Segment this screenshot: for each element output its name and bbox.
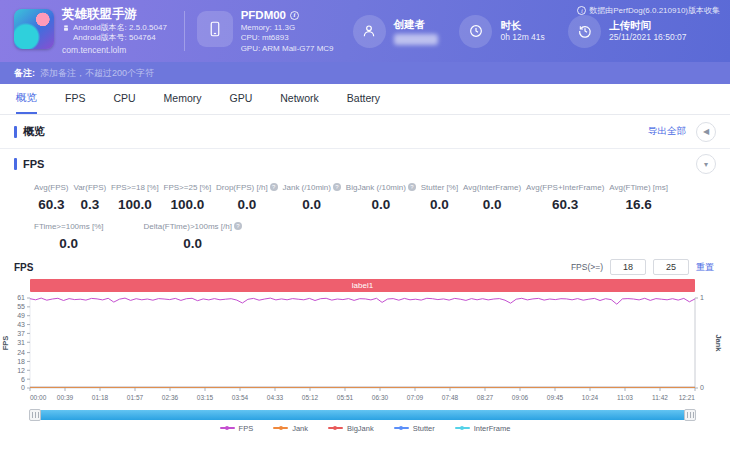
legend-marker bbox=[328, 427, 343, 429]
stat-label: BigJank (/10min)? bbox=[346, 183, 416, 192]
stat-value: 0.0 bbox=[463, 197, 521, 212]
legend-label: BigJank bbox=[347, 424, 374, 433]
note-bar[interactable]: 备注: 添加备注，不超过200个字符 bbox=[0, 62, 730, 84]
legend-marker bbox=[455, 427, 470, 429]
chart-range-scrollbar[interactable] bbox=[30, 410, 695, 420]
legend-item-interframe[interactable]: InterFrame bbox=[455, 424, 511, 433]
legend-marker bbox=[394, 427, 409, 429]
svg-text:05:51: 05:51 bbox=[337, 394, 354, 401]
title-accent-bar bbox=[14, 158, 17, 170]
fps-chart-title: FPS bbox=[14, 262, 33, 273]
stat-value: 100.0 bbox=[164, 197, 212, 212]
collapse-fps-button[interactable]: ▾ bbox=[696, 154, 716, 174]
fps-panel-header: FPS ▾ bbox=[0, 149, 730, 179]
creator-label: 创建者 bbox=[394, 17, 438, 32]
svg-text:06:30: 06:30 bbox=[372, 394, 389, 401]
legend-label: Jank bbox=[292, 424, 308, 433]
stat-label: Drop(FPS) [/h]? bbox=[216, 183, 278, 192]
overview-section-header: 概览 导出全部 ◀ bbox=[0, 115, 730, 149]
svg-text:FPS: FPS bbox=[1, 336, 10, 351]
svg-text:03:15: 03:15 bbox=[197, 394, 214, 401]
duration-block: 时长 0h 12m 41s bbox=[459, 15, 562, 48]
app-version-name: Android版本名: 2.5.0.5047 bbox=[73, 23, 167, 33]
duration-label: 时长 bbox=[500, 18, 544, 33]
svg-text:0: 0 bbox=[21, 384, 25, 391]
app-version-code: Android版本号: 504764 bbox=[73, 33, 156, 43]
svg-text:43: 43 bbox=[17, 321, 25, 328]
help-icon[interactable]: ? bbox=[234, 222, 242, 230]
app-icon bbox=[14, 9, 54, 49]
fps-threshold-low-input[interactable] bbox=[610, 259, 646, 275]
svg-text:55: 55 bbox=[17, 303, 25, 310]
help-icon[interactable]: ? bbox=[270, 183, 278, 191]
legend-item-jank[interactable]: Jank bbox=[273, 424, 308, 433]
stat-fps-25-: FPS>=25 [%]100.0 bbox=[164, 183, 212, 212]
stat-var-fps-: Var(FPS)0.3 bbox=[73, 183, 106, 212]
fps-threshold-label: FPS(>=) bbox=[571, 262, 603, 272]
svg-text:Jank: Jank bbox=[714, 334, 723, 352]
info-icon: i bbox=[577, 6, 586, 15]
svg-text:11:42: 11:42 bbox=[652, 394, 668, 401]
svg-text:6: 6 bbox=[21, 376, 25, 383]
fps-stats-row-2: FTime>=100ms [%]0.0Delta(FTime)>100ms [/… bbox=[0, 212, 730, 253]
stat-label: Stutter [%] bbox=[421, 183, 458, 192]
app-info: 英雄联盟手游 Android版本名: 2.5.0.5047 Android版本号… bbox=[0, 7, 172, 55]
svg-text:37: 37 bbox=[17, 330, 25, 337]
svg-text:01:18: 01:18 bbox=[92, 394, 109, 401]
chart-legend: FPSJankBigJankStutterInterFrame bbox=[0, 421, 730, 435]
duration-value: 0h 12m 41s bbox=[500, 32, 544, 44]
stat-label: Delta(FTime)>100ms [/h]? bbox=[144, 222, 242, 231]
legend-item-stutter[interactable]: Stutter bbox=[394, 424, 435, 433]
stat-label: FPS>=18 [%] bbox=[111, 183, 159, 192]
tab-Battery[interactable]: Battery bbox=[347, 84, 380, 114]
stat-value: 0.0 bbox=[421, 197, 458, 212]
creator-block: 创建者 bbox=[353, 15, 454, 48]
collector-note: i 数据由PerfDog(6.0.210910)版本收集 bbox=[577, 5, 720, 16]
help-icon[interactable]: ? bbox=[333, 183, 341, 191]
svg-text:08:27: 08:27 bbox=[477, 394, 494, 401]
tab-Memory[interactable]: Memory bbox=[164, 84, 202, 114]
fps-threshold-high-input[interactable] bbox=[653, 259, 689, 275]
range-handle-right[interactable] bbox=[684, 409, 696, 421]
svg-text:12:21: 12:21 bbox=[679, 394, 696, 401]
tab-Network[interactable]: Network bbox=[280, 84, 319, 114]
tab-FPS[interactable]: FPS bbox=[65, 84, 85, 114]
help-icon[interactable]: ? bbox=[408, 183, 416, 191]
legend-label: InterFrame bbox=[474, 424, 511, 433]
user-icon bbox=[361, 23, 377, 39]
device-info-icon[interactable]: i bbox=[290, 11, 299, 20]
export-all-link[interactable]: 导出全部 bbox=[648, 125, 686, 138]
android-icon bbox=[62, 24, 70, 32]
stat-stutter-: Stutter [%]0.0 bbox=[421, 183, 458, 212]
tab-GPU[interactable]: GPU bbox=[230, 84, 253, 114]
stat-ftime-100ms-: FTime>=100ms [%]0.0 bbox=[34, 222, 104, 251]
device-cpu: CPU: mt6893 bbox=[241, 33, 334, 43]
fps-line-chart[interactable]: 061218243137434955610100:0000:3901:1801:… bbox=[0, 292, 730, 409]
tab-bar: 概览FPSCPUMemoryGPUNetworkBattery bbox=[0, 84, 730, 115]
stat-delta-ftime-100ms-h-: Delta(FTime)>100ms [/h]?0.0 bbox=[144, 222, 242, 251]
stat-value: 16.6 bbox=[609, 197, 668, 212]
tab-概览[interactable]: 概览 bbox=[16, 84, 37, 114]
note-placeholder[interactable]: 添加备注，不超过200个字符 bbox=[40, 67, 154, 80]
legend-item-fps[interactable]: FPS bbox=[220, 424, 254, 433]
stat-avg-fps-: Avg(FPS)60.3 bbox=[34, 183, 69, 212]
svg-text:09:45: 09:45 bbox=[547, 394, 564, 401]
range-handle-left[interactable] bbox=[29, 409, 41, 421]
header-divider bbox=[184, 11, 185, 51]
stat-jank-10min-: Jank (/10min)?0.0 bbox=[283, 183, 341, 212]
legend-label: Stutter bbox=[413, 424, 435, 433]
svg-text:00:00: 00:00 bbox=[30, 394, 47, 401]
legend-label: FPS bbox=[239, 424, 254, 433]
reset-thresholds-link[interactable]: 重置 bbox=[696, 261, 714, 274]
stat-label: Avg(InterFrame) bbox=[463, 183, 521, 192]
svg-text:61: 61 bbox=[17, 294, 25, 301]
stat-label: FTime>=100ms [%] bbox=[34, 222, 104, 231]
stat-label: Var(FPS) bbox=[73, 183, 106, 192]
svg-text:03:54: 03:54 bbox=[232, 394, 249, 401]
note-label: 备注: bbox=[14, 67, 35, 80]
collapse-overview-button[interactable]: ◀ bbox=[696, 122, 716, 142]
svg-text:10:24: 10:24 bbox=[582, 394, 599, 401]
legend-item-bigjank[interactable]: BigJank bbox=[328, 424, 374, 433]
tab-CPU[interactable]: CPU bbox=[113, 84, 135, 114]
svg-text:31: 31 bbox=[17, 339, 25, 346]
